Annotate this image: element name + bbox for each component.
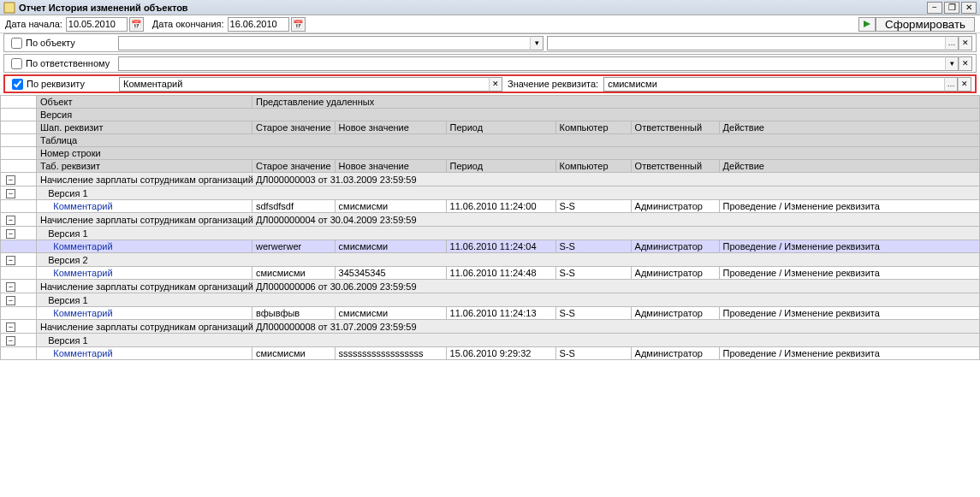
report-grid-scroll[interactable]: ОбъектПредставление удаленныхВерсияШап. … — [0, 95, 980, 490]
detail-action: Проведение / Изменение реквизита — [719, 307, 979, 320]
tree-cell: − — [1, 186, 37, 200]
detail-rekv: Комментарий — [37, 347, 252, 360]
dropdown-icon[interactable]: ▾ — [530, 36, 543, 50]
hdr-row-table: Таблица — [1, 134, 980, 147]
filter-attribute-value-input[interactable] — [603, 77, 944, 92]
date-to-label: Дата окончания: — [152, 19, 224, 29]
detail-row[interactable]: Комментарийсмисмисмиssssssssssssssssss15… — [1, 347, 980, 360]
window-titlebar: Отчет История изменений объектов − ❐ ✕ — [0, 0, 980, 15]
detail-period: 11.06.2010 11:24:13 — [446, 307, 555, 320]
filter-by-responsible-checkbox[interactable] — [11, 58, 22, 69]
hdr-new2: Новое значение — [335, 160, 446, 173]
group-title: Начисление зарплаты сотрудникам организа… — [37, 173, 980, 186]
filter-by-responsible-input[interactable] — [118, 56, 945, 71]
ellipsis-icon[interactable]: … — [945, 36, 959, 50]
generate-button[interactable]: Сформировать — [876, 17, 975, 32]
tree-cell: − — [1, 280, 37, 293]
expand-collapse-icon[interactable]: − — [6, 336, 15, 346]
hdr-new: Новое значение — [335, 121, 446, 134]
detail-responsible: Администратор — [631, 240, 719, 253]
tree-cell: − — [1, 320, 37, 334]
date-from-input[interactable] — [66, 17, 128, 32]
detail-computer: S-S — [555, 240, 631, 253]
window-title: Отчет История изменений объектов — [19, 3, 188, 13]
tree-cell — [1, 200, 37, 213]
detail-new: ssssssssssssssssss — [335, 347, 446, 360]
detail-old: смисмисми — [252, 267, 336, 280]
minimize-button[interactable]: − — [927, 2, 942, 14]
tree-cell — [1, 121, 37, 134]
detail-new: 345345345 — [335, 267, 446, 280]
version-label: Версия 1 — [37, 334, 980, 347]
clear-icon[interactable]: ✕ — [959, 36, 972, 50]
filter-by-object-input1[interactable] — [118, 36, 530, 50]
app-icon — [3, 2, 15, 14]
tree-cell — [1, 160, 37, 173]
expand-collapse-icon[interactable]: − — [6, 256, 15, 265]
clear-icon[interactable]: ✕ — [959, 56, 972, 71]
detail-old: werwerwer — [252, 240, 336, 253]
date-filter-bar: Дата начала: 📅 Дата окончания: 📅 Сформир… — [0, 15, 980, 33]
filter-by-attribute-row: По реквизиту ✕ Значение реквизита: …✕ — [3, 74, 977, 93]
detail-row[interactable]: Комментарийвфывфывсмисмисми11.06.2010 11… — [1, 307, 980, 320]
hdr-action: Действие — [719, 121, 979, 134]
filter-by-attribute-checkbox[interactable] — [12, 79, 23, 90]
detail-computer: S-S — [555, 307, 631, 320]
filter-by-object-checkbox[interactable] — [11, 38, 22, 49]
hdr-old: Старое значение — [252, 121, 336, 134]
svg-rect-0 — [4, 3, 15, 13]
expand-collapse-icon[interactable]: − — [6, 296, 15, 305]
ellipsis-icon[interactable]: … — [944, 77, 958, 92]
hdr-deleted: Представление удаленных — [252, 96, 980, 109]
detail-action: Проведение / Изменение реквизита — [719, 200, 979, 213]
detail-new: смисмисми — [335, 200, 446, 213]
filter-attribute-name-input[interactable] — [119, 77, 489, 92]
hdr-row-tab: Таб. реквизитСтарое значениеНовое значен… — [1, 160, 980, 173]
tree-cell — [1, 109, 37, 121]
expand-collapse-icon[interactable]: − — [6, 175, 15, 185]
close-button[interactable]: ✕ — [961, 2, 977, 14]
expand-collapse-icon[interactable]: − — [6, 216, 15, 225]
hdr-responsible: Ответственный — [631, 121, 719, 134]
group-row: −Начисление зарплаты сотрудникам организ… — [1, 173, 980, 186]
group-title: Начисление зарплаты сотрудникам организа… — [37, 280, 980, 293]
clear-icon[interactable]: ✕ — [489, 77, 502, 92]
hdr-table: Таблица — [37, 134, 980, 147]
restore-button[interactable]: ❐ — [944, 2, 959, 14]
date-to-calendar-icon[interactable]: 📅 — [291, 17, 306, 32]
detail-row[interactable]: Комментарийwerwerwerсмисмисми11.06.2010 … — [1, 240, 980, 253]
expand-collapse-icon[interactable]: − — [6, 322, 15, 332]
detail-row[interactable]: Комментарийсмисмисми34534534511.06.2010 … — [1, 267, 980, 280]
version-row: − Версия 1 — [1, 186, 980, 200]
run-icon-button[interactable] — [858, 17, 876, 32]
tree-cell — [1, 147, 37, 160]
date-from-calendar-icon[interactable]: 📅 — [129, 17, 144, 32]
filter-by-object-input2[interactable] — [547, 36, 945, 50]
detail-responsible: Администратор — [631, 347, 719, 360]
detail-row[interactable]: Комментарийsdfsdfsdfсмисмисми11.06.2010 … — [1, 200, 980, 213]
clear-icon[interactable]: ✕ — [958, 77, 971, 92]
tree-cell: − — [1, 334, 37, 347]
date-to-input[interactable] — [228, 17, 289, 32]
group-row: −Начисление зарплаты сотрудникам организ… — [1, 213, 980, 227]
hdr-computer: Компьютер — [555, 121, 631, 134]
detail-responsible: Администратор — [631, 307, 719, 320]
hdr-responsible2: Ответственный — [631, 160, 719, 173]
detail-rekv: Комментарий — [37, 267, 252, 280]
hdr-old2: Старое значение — [252, 160, 336, 173]
expand-collapse-icon[interactable]: − — [6, 282, 15, 292]
dropdown-icon[interactable]: ▾ — [945, 56, 959, 71]
detail-action: Проведение / Изменение реквизита — [719, 347, 979, 360]
detail-period: 11.06.2010 11:24:00 — [446, 200, 555, 213]
expand-collapse-icon[interactable]: − — [6, 189, 15, 198]
detail-rekv: Комментарий — [37, 240, 252, 253]
hdr-row-object: ОбъектПредставление удаленных — [1, 96, 980, 109]
hdr-rownum: Номер строки — [37, 147, 980, 160]
version-label: Версия 2 — [37, 253, 980, 267]
expand-collapse-icon[interactable]: − — [6, 229, 15, 239]
date-from-label: Дата начала: — [5, 19, 62, 29]
version-row: − Версия 1 — [1, 227, 980, 240]
hdr-period: Период — [446, 121, 555, 134]
detail-computer: S-S — [555, 347, 631, 360]
version-label: Версия 1 — [37, 293, 980, 307]
